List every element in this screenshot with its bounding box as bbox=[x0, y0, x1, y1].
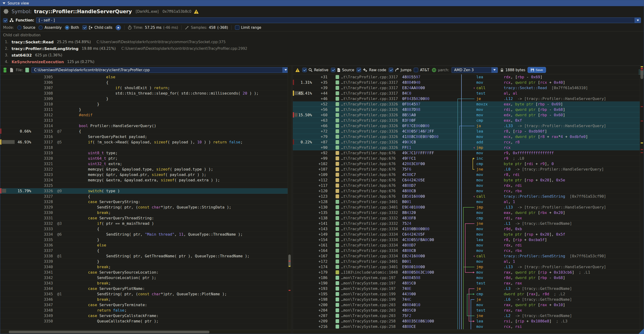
source-line-row[interactable]: 3323 memcpy( &ptr, &payload.ptr, sizeof(… bbox=[0, 172, 291, 177]
child-call-item[interactable]: 3.stat64i32625 µs (1.36%) bbox=[3, 52, 641, 58]
asm-row[interactable]: +141…t\TracyProfiler.cpp:33327524jne.L1 … bbox=[293, 221, 644, 226]
asm-row[interactable]: 0.22%+87…t\TracyProfiler.cpp:33264903C8a… bbox=[293, 139, 644, 145]
source-line-row[interactable]: 3327 { bbox=[0, 194, 291, 199]
source-line-row[interactable]: 3332@3 if( ptr == m_mainThread ) bbox=[0, 221, 291, 226]
source-line-row[interactable]: 3322 memcpy( &type, &payload.type, sizeo… bbox=[0, 167, 291, 172]
resize-grip[interactable] bbox=[638, 329, 644, 334]
march-select[interactable]: AMD Zen 3 bbox=[452, 67, 498, 73]
source-vertical-scrollbar[interactable] bbox=[288, 66, 291, 330]
asm-row[interactable]: 1.31%+35…t\TracyProfiler.cpp:3317488B494… bbox=[293, 80, 644, 85]
source-line-row[interactable]: 46.93%3317@5 if( !m_sock->Read( &payload… bbox=[0, 139, 291, 145]
source-line-row[interactable]: 0.66%3315@7{ bbox=[0, 129, 291, 134]
source-line-row[interactable]: 3341 case ServerQuerySourceLocation: bbox=[0, 270, 291, 275]
function-select-dropdown-icon[interactable] bbox=[634, 18, 641, 23]
source-line-row[interactable]: 3336 else bbox=[0, 242, 291, 248]
source-line-row[interactable]: 3343 break; bbox=[0, 281, 291, 286]
asm-row[interactable]: +123…t\TracyProfiler.hpp:676E850160000‹c… bbox=[293, 194, 644, 199]
source-line-row[interactable]: 3329 SendString( ptr, (const char*)ptr, … bbox=[0, 204, 291, 210]
asm-row[interactable]: +112…t\TracyProfiler.hpp:676C64424205Emo… bbox=[293, 177, 644, 183]
asm-row[interactable]: +209…mon\TracySystem.cpp:258488D35E88610… bbox=[293, 319, 644, 324]
source-line-row[interactable]: 3331 case ServerQueryThreadString: bbox=[0, 215, 291, 221]
asm-row[interactable]: +46…t\TracyProfiler.cpp:33170F8435020000… bbox=[293, 96, 644, 101]
source-line-row[interactable]: 3321 uint32_t extra; bbox=[0, 161, 291, 167]
asm-row[interactable]: +117…t\TracyProfiler.hpp:676488BD7movrdx… bbox=[293, 183, 644, 188]
asm-row[interactable]: +186…mon\TracySystem.cpp:197448B4598movr… bbox=[293, 275, 644, 281]
source-line-row[interactable]: 3319 uint8_t type; bbox=[0, 150, 291, 156]
child-call-item[interactable]: 4.KeSynchronizeExecution125 µs (0.27%) bbox=[3, 58, 641, 65]
file-select[interactable]: C:\Users\wolf\Desktop\darkrl\contrib\tra… bbox=[32, 67, 289, 73]
source-line-row[interactable]: 3307 if( shouldExit ) return; bbox=[0, 85, 291, 91]
source-line-row[interactable]: 3350 QueueCallstackFrame( ptr ); bbox=[0, 319, 291, 324]
asm-row[interactable]: +149…t\TracyProfiler.cpp:3334C64424205Fm… bbox=[293, 232, 644, 237]
source-line-row[interactable]: 3339 } bbox=[0, 259, 291, 264]
asm-row[interactable]: +102…t\TracyProfiler.hpp:67642803C0F00cm… bbox=[293, 161, 644, 167]
radio-both[interactable]: Both bbox=[65, 25, 79, 30]
source-line-row[interactable]: 3348 return false; bbox=[0, 308, 291, 313]
asm-row[interactable]: +204…mon\TracySystem.cpp:2034885C0testra… bbox=[293, 308, 644, 313]
source-line-row[interactable]: 3313 bbox=[0, 118, 291, 123]
march-select-dropdown-icon[interactable] bbox=[492, 67, 498, 73]
source-line-row[interactable]: 3305 else bbox=[0, 74, 291, 80]
source-line-row[interactable]: 3340 break; bbox=[0, 264, 291, 270]
source-line-row[interactable]: 3333 { bbox=[0, 226, 291, 232]
source-line-row[interactable]: 3325 bbox=[0, 183, 291, 188]
asm-row[interactable]: +193…mon\TracySystem.cpp:197740Eje.L3 ->… bbox=[293, 286, 644, 291]
source-line-row[interactable]: 3310 } bbox=[0, 101, 291, 107]
asm-row[interactable]: +172…t\TracyProfiler.cpp:3401B001moval, … bbox=[293, 259, 644, 264]
source-line-row[interactable]: 3324 memcpy( &extra, &payload.extra, siz… bbox=[0, 177, 291, 183]
asm-row[interactable]: +39…t\TracyProfiler.cpp:3317E824AA0000‹c… bbox=[293, 85, 644, 91]
asm-row[interactable]: +216…mon\TracySystem.cpp:258488BCEmovrcx… bbox=[293, 324, 644, 329]
source-line-row[interactable]: 3320 uint64_t ptr; bbox=[0, 156, 291, 161]
source-line-row[interactable]: 3318 bbox=[0, 145, 291, 150]
source-line-row[interactable]: 3330 break; bbox=[0, 210, 291, 215]
function-select[interactable]: [ - self - ] bbox=[36, 17, 641, 23]
asm-row[interactable]: +72…t\TracyProfiler.cpp:33264C8D05F146F2… bbox=[293, 129, 644, 134]
asm-row[interactable]: +66…t\TracyProfiler.cpp:33260F87CE060000… bbox=[293, 123, 644, 129]
source-line-row[interactable]: 3328 case ServerQueryString: bbox=[0, 199, 291, 204]
source-line-row[interactable]: 3316 ServerQueryPacket payload; bbox=[0, 134, 291, 139]
child-call-item[interactable]: 2.tracy::Profiler::SendLongString19.88 m… bbox=[3, 45, 641, 52]
database-icon[interactable] bbox=[2, 67, 7, 73]
asm-row[interactable]: +79…t\TracyProfiler.cpp:3326418B8C80E0BF… bbox=[293, 134, 644, 139]
asm-row[interactable]: +130…t\TracyProfiler.cpp:3401E9E4010000j… bbox=[293, 204, 644, 210]
assembly-horizontal-scrollbar[interactable] bbox=[293, 330, 644, 334]
source-line-row[interactable]: 3334@6 SendString( ptr, "Main thread", 1… bbox=[0, 232, 291, 237]
asm-row[interactable]: +31…t\TracyProfiler.cpp:3317488D5597lear… bbox=[293, 74, 644, 80]
asm-row[interactable]: +174…t\TracyProfiler.cpp:3401E9B8010000j… bbox=[293, 264, 644, 270]
source-line-row[interactable]: 3312#endif bbox=[0, 112, 291, 118]
radio-source[interactable]: Source bbox=[17, 25, 36, 30]
asm-row[interactable]: +161…t\TracyProfiler.cpp:3334488BD7movrd… bbox=[293, 242, 644, 248]
att-checkbox[interactable]: AT&T bbox=[414, 68, 429, 72]
asm-row[interactable]: +143…t\TracyProfiler.cpp:333441B90B00000… bbox=[293, 226, 644, 232]
source-line-row[interactable]: 3337 { bbox=[0, 248, 291, 253]
source-line-row[interactable]: 3342 SendSourceLocation( ptr ); bbox=[0, 275, 291, 281]
pane-splitter[interactable] bbox=[291, 66, 293, 334]
raw-code-checkbox[interactable]: Raw code bbox=[356, 68, 386, 72]
source-line-row[interactable]: 3349 case ServerQueryCallstackFrame: bbox=[0, 313, 291, 319]
asm-row[interactable]: +90…t\TracyProfiler.cpp:3326FFE1‹jmprcx bbox=[293, 145, 644, 150]
source-checkbox[interactable]: Source bbox=[331, 68, 354, 72]
source-line-row[interactable]: 3347 case ServerQueryTerminate: bbox=[0, 302, 291, 308]
radio-assembly[interactable]: Assembly bbox=[38, 25, 62, 30]
collapse-child-calls-button[interactable] bbox=[116, 25, 121, 30]
asm-row[interactable]: +164…t\TracyProfiler.cpp:3334488BCBmovrc… bbox=[293, 248, 644, 253]
source-line-row[interactable]: 3345@1 SendString( ptr, (const char*)ptr… bbox=[0, 291, 291, 297]
titlebar[interactable]: Source view bbox=[0, 0, 644, 6]
asm-row[interactable]: +109…t\TracyProfiler.hpp:6764C8BC7movr8,… bbox=[293, 172, 644, 177]
source-line-row[interactable]: 3309 } bbox=[0, 96, 291, 101]
source-line-row[interactable]: 3344 case ServerQueryPlotName: bbox=[0, 286, 291, 291]
asm-row[interactable]: +154…t\TracyProfiler.cpp:33344C8D055FBA0… bbox=[293, 237, 644, 242]
source-line-row[interactable]: 3306 { bbox=[0, 80, 291, 85]
asm-row[interactable]: +207…mon\TracySystem.cpp:20375F2jne.L2 -… bbox=[293, 313, 644, 319]
asm-row[interactable]: 45.41%+44…t\TracyProfiler.cpp:331784C0te… bbox=[293, 91, 644, 96]
source-line-row[interactable]: 3311} bbox=[0, 107, 291, 112]
asm-row[interactable]: +99…t\TracyProfiler.hpp:67649FFC1incr9 ;… bbox=[293, 156, 644, 161]
jumps-checkbox[interactable]: Jumps bbox=[389, 68, 412, 72]
source-line-row[interactable]: 3346 break; bbox=[0, 297, 291, 302]
asm-row[interactable]: +56…t\TracyProfiler.cpp:3326488B7D98movr… bbox=[293, 107, 644, 112]
child-call-item[interactable]: 1.tracy::Socket::Read25.25 ms (54.89%)C:… bbox=[3, 39, 641, 45]
asm-row[interactable]: +92…t\TracyProfiler.hpp:67649C7C1FFFFFFF… bbox=[293, 150, 644, 156]
asm-row[interactable]: +120…t\TracyProfiler.hpp:676488BCBmovrcx… bbox=[293, 188, 644, 194]
asm-row[interactable]: +167…t\TracyProfiler.cpp:3334E824160000‹… bbox=[293, 253, 644, 259]
source-line-row[interactable]: 3308 std::this_thread::sleep_for( std::c… bbox=[0, 91, 291, 96]
